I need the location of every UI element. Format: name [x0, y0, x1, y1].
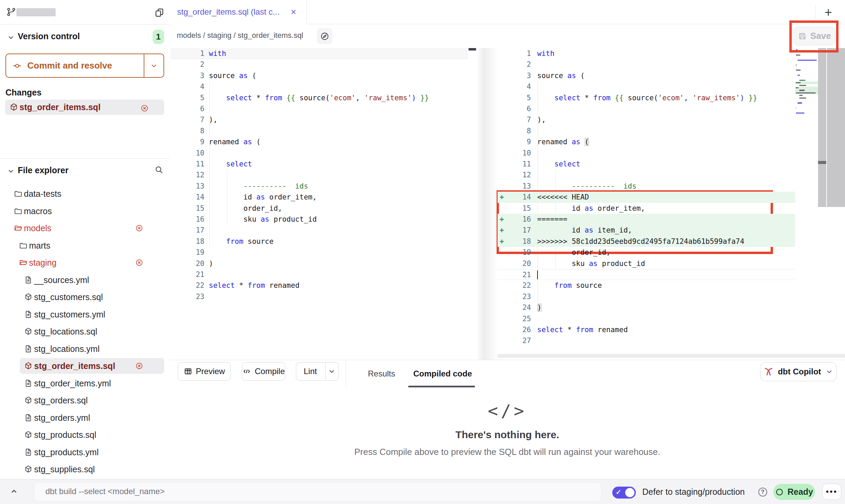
- horizontal-scrollbar[interactable]: [498, 354, 845, 358]
- pane-divider[interactable]: [476, 48, 498, 360]
- code-line[interactable]: 10: [171, 148, 468, 159]
- code-line[interactable]: 1with: [498, 48, 795, 59]
- minimap[interactable]: [795, 48, 818, 127]
- file-tree-item[interactable]: stg_supplies.sql: [0, 461, 170, 478]
- file-tree-item[interactable]: stg_order_items.sql: [0, 357, 170, 375]
- code-line[interactable]: 5 select * from {{ source('ecom', 'raw_i…: [498, 92, 795, 103]
- tab-stg-order-items[interactable]: stg_order_items.sql (last c...: [170, 0, 307, 24]
- code-line[interactable]: +17 id as item_id,: [498, 225, 795, 236]
- commit-dropdown-toggle[interactable]: [144, 54, 163, 77]
- command-input[interactable]: dbt build --select <model_name>: [34, 482, 601, 502]
- code-line[interactable]: 2: [498, 59, 795, 70]
- code-line[interactable]: 13 ---------- ids: [498, 181, 795, 192]
- chevron-down-icon[interactable]: [328, 367, 336, 375]
- code-line[interactable]: 11 select: [171, 159, 468, 169]
- new-tab-button[interactable]: +: [821, 5, 836, 19]
- code-line[interactable]: 20): [171, 258, 468, 269]
- code-line[interactable]: 23: [498, 291, 795, 302]
- code-line[interactable]: 1with: [171, 48, 468, 59]
- git-branch-icon[interactable]: [6, 7, 16, 17]
- tab-compiled-code[interactable]: Compiled code: [413, 360, 472, 387]
- close-icon[interactable]: [290, 8, 297, 16]
- code-line[interactable]: 6: [498, 103, 795, 114]
- file-tree-item[interactable]: stg_order_items.yml: [0, 375, 170, 392]
- code-line[interactable]: 8: [498, 125, 795, 136]
- file-tree-item[interactable]: stg_customers.sql: [0, 288, 170, 306]
- compile-button[interactable]: Compile: [242, 362, 285, 381]
- file-tree-item[interactable]: models: [0, 220, 170, 237]
- lint-button[interactable]: Lint: [296, 362, 339, 381]
- changed-file-item[interactable]: stg_order_items.sql: [5, 100, 164, 115]
- preview-button[interactable]: Preview: [178, 362, 231, 381]
- file-tree-item[interactable]: stg_orders.sql: [0, 392, 170, 409]
- code-line[interactable]: 7),: [498, 114, 795, 125]
- file-tree-item[interactable]: stg_locations.yml: [0, 340, 170, 358]
- code-line[interactable]: 2: [171, 59, 468, 70]
- code-line[interactable]: 17: [171, 225, 468, 236]
- dbt-copilot-button[interactable]: dbt Copilot: [760, 362, 837, 381]
- file-tree-item[interactable]: stg_products.sql: [0, 426, 170, 444]
- code-line[interactable]: 6: [171, 103, 468, 114]
- file-tree-item[interactable]: stg_orders.yml: [0, 409, 170, 427]
- code-line[interactable]: 23: [171, 291, 468, 302]
- chevron-down-icon[interactable]: [7, 33, 15, 42]
- code-line[interactable]: 11 select: [498, 159, 795, 169]
- lineage-button[interactable]: [317, 28, 332, 44]
- code-line[interactable]: 25: [498, 313, 795, 324]
- code-line[interactable]: 9renamed as (: [171, 136, 468, 147]
- code-line[interactable]: 26select * from renamed: [498, 324, 795, 335]
- save-button[interactable]: Save: [793, 27, 835, 45]
- code-line[interactable]: 9renamed as (: [498, 136, 795, 147]
- code-line[interactable]: 5 select * from {{ source('ecom', 'raw_i…: [171, 92, 468, 103]
- code-line[interactable]: 4: [171, 81, 468, 92]
- help-icon[interactable]: ?: [758, 488, 767, 496]
- code-line[interactable]: 13 ---------- ids: [171, 181, 468, 192]
- file-tree-item[interactable]: staging: [0, 254, 170, 271]
- code-line[interactable]: 15 order_id,: [171, 203, 468, 214]
- code-line[interactable]: +16=======: [498, 214, 795, 225]
- code-line[interactable]: 8: [171, 125, 468, 136]
- window-scrollbar[interactable]: [827, 48, 845, 207]
- editor-scrollbar-track[interactable]: [818, 48, 826, 207]
- code-line[interactable]: 12: [498, 169, 795, 180]
- code-line[interactable]: 3source as (: [498, 70, 795, 81]
- code-line[interactable]: 27: [498, 335, 795, 346]
- code-line[interactable]: 21: [498, 269, 795, 280]
- file-tree-item[interactable]: stg_customers.yml: [0, 306, 170, 323]
- file-tree-item[interactable]: data-tests: [0, 185, 170, 203]
- code-line[interactable]: 22 from source: [498, 280, 795, 291]
- commit-and-resolve-button[interactable]: Commit and resolve: [5, 54, 164, 78]
- code-line[interactable]: 24): [498, 302, 795, 313]
- copy-icon[interactable]: [154, 8, 164, 18]
- code-line[interactable]: 19 order_id,: [498, 247, 795, 258]
- code-line[interactable]: 20 sku as product_id: [498, 258, 795, 269]
- code-line[interactable]: 15 id as order_item,: [498, 203, 795, 214]
- code-line[interactable]: 4: [498, 81, 795, 92]
- chevron-up-icon[interactable]: [9, 486, 19, 496]
- more-options-button[interactable]: •••: [822, 484, 841, 500]
- file-tree-item[interactable]: stg_locations.sql: [0, 323, 170, 340]
- code-line[interactable]: 22select * from renamed: [171, 280, 468, 291]
- defer-toggle[interactable]: ✓: [612, 487, 636, 499]
- file-tree-item[interactable]: macros: [0, 203, 170, 220]
- code-line[interactable]: 21: [171, 269, 468, 280]
- code-line[interactable]: +14<<<<<<< HEAD: [498, 192, 795, 203]
- code-line[interactable]: 16 sku as product_id: [171, 214, 468, 225]
- status-badge[interactable]: Ready: [773, 484, 815, 500]
- tab-results[interactable]: Results: [368, 360, 395, 387]
- chevron-down-icon[interactable]: [7, 167, 15, 175]
- code-line[interactable]: 18 from source: [171, 236, 468, 247]
- file-tree-item[interactable]: __sources.yml: [0, 271, 170, 289]
- editor-scrollbar-handle[interactable]: [818, 161, 826, 164]
- code-line[interactable]: 14 id as order_item,: [171, 192, 468, 203]
- code-line[interactable]: 10: [498, 148, 795, 159]
- code-line[interactable]: 7),: [171, 114, 468, 125]
- search-icon[interactable]: [154, 165, 164, 175]
- breadcrumb[interactable]: models / staging / stg_order_items.sql: [177, 31, 303, 40]
- code-line[interactable]: 12: [171, 169, 468, 180]
- code-line[interactable]: 3source as (: [171, 70, 468, 81]
- file-tree-item[interactable]: marts: [0, 237, 170, 254]
- file-tree-item[interactable]: stg_products.yml: [0, 444, 170, 461]
- code-line[interactable]: +18>>>>>>> 58c1dd23d5eebd9cd2495fa7124ab…: [498, 236, 795, 247]
- code-line[interactable]: 19: [171, 247, 468, 258]
